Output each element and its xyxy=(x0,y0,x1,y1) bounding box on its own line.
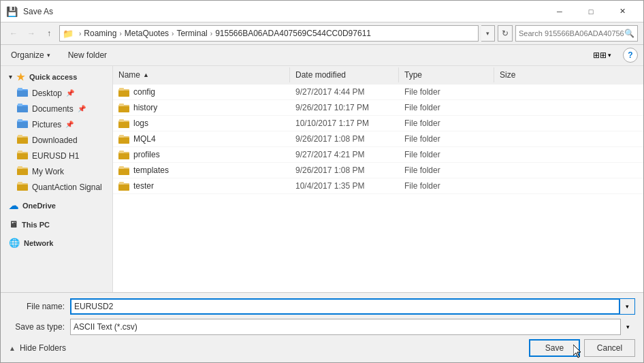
sidebar-item-quantaction[interactable]: QuantAction Signal xyxy=(1,179,112,195)
col-header-type[interactable]: Type xyxy=(399,67,494,82)
network-header[interactable]: 🌐 Network xyxy=(1,235,112,251)
quick-access-header[interactable]: ▾ ★ Quick access xyxy=(1,69,112,85)
filename-dropdown-arrow[interactable]: ▾ xyxy=(620,298,635,315)
organize-chevron: ▾ xyxy=(47,52,50,59)
organize-button[interactable]: Organize ▾ xyxy=(6,48,55,62)
sidebar-eurusd-label: EURUSD H1 xyxy=(32,151,79,161)
search-icon[interactable]: 🔍 xyxy=(624,29,634,38)
svg-rect-31 xyxy=(118,138,129,144)
new-folder-label: New folder xyxy=(68,50,107,60)
savetype-select[interactable]: ASCII Text (*.csv) xyxy=(70,319,635,335)
sidebar-item-downloaded[interactable]: Downloaded xyxy=(1,132,112,148)
svg-rect-37 xyxy=(118,169,129,175)
quantaction-folder-icon xyxy=(17,181,28,193)
help-button[interactable]: ? xyxy=(623,48,638,63)
sidebar-item-pictures[interactable]: Pictures 📌 xyxy=(1,116,112,132)
svg-rect-40 xyxy=(118,185,129,191)
view-icon: ⊞⊞ xyxy=(593,50,607,60)
close-button[interactable]: ✕ xyxy=(607,1,638,22)
crumb-metaquotes: MetaQuotes xyxy=(125,29,169,38)
svg-rect-41 xyxy=(119,182,124,185)
view-button[interactable]: ⊞⊞ ▾ xyxy=(590,48,615,62)
table-row[interactable]: tester 10/4/2017 1:35 PM File folder xyxy=(113,178,643,194)
new-folder-button[interactable]: New folder xyxy=(63,48,112,62)
view-chevron: ▾ xyxy=(608,52,611,59)
save-button[interactable]: Save xyxy=(529,339,580,357)
onedrive-label: OneDrive xyxy=(22,202,56,210)
back-button[interactable]: ← xyxy=(6,26,21,41)
svg-rect-38 xyxy=(119,166,124,169)
minimize-button[interactable]: ─ xyxy=(544,1,575,22)
dialog-title: Save As xyxy=(23,7,53,16)
sidebar-item-mywork[interactable]: My Work xyxy=(1,163,112,179)
col-header-size[interactable]: Size xyxy=(494,67,549,82)
col-header-name[interactable]: Name ▲ xyxy=(113,67,290,82)
list-header-container: Name ▲ Date modified Type Size xyxy=(113,66,643,84)
svg-rect-25 xyxy=(118,106,129,112)
svg-rect-11 xyxy=(18,135,22,138)
network-icon: 🌐 xyxy=(9,238,20,248)
thispc-header[interactable]: 🖥 This PC xyxy=(1,217,112,232)
sidebar-documents-label: Documents xyxy=(32,104,74,114)
col-name-sort: ▲ xyxy=(143,72,149,78)
pictures-folder-icon xyxy=(17,119,28,130)
save-as-dialog: 💾 Save As ─ □ ✕ ← → ↑ 📁 › Roaming › Meta… xyxy=(0,0,644,363)
hide-folders-label[interactable]: Hide Folders xyxy=(20,343,66,353)
eurusd-folder-icon xyxy=(17,150,28,161)
table-row[interactable]: MQL4 9/26/2017 1:08 PM File folder xyxy=(113,131,643,147)
search-input[interactable] xyxy=(519,29,624,37)
title-bar: 💾 Save As ─ □ ✕ xyxy=(1,1,643,22)
cell-type-config: File folder xyxy=(399,85,494,99)
breadcrumb: 📁 › Roaming › MetaQuotes › Terminal › 91… xyxy=(63,29,371,39)
filename-label: File name: xyxy=(9,302,70,311)
sidebar-item-documents[interactable]: Documents 📌 xyxy=(1,101,112,116)
title-bar-controls: ─ □ ✕ xyxy=(544,1,638,22)
crumb-id: 915566BA06ADA407569C544CC0D97611 xyxy=(215,29,371,38)
col-date-label: Date modified xyxy=(295,70,346,80)
up-button[interactable]: ↑ xyxy=(42,26,57,41)
main-content: ▾ ★ Quick access Desktop 📌 xyxy=(1,66,643,292)
svg-rect-28 xyxy=(118,122,129,128)
thispc-label: This PC xyxy=(22,221,50,229)
quick-access-expand-icon: ▾ xyxy=(9,74,12,80)
table-row[interactable]: config 9/27/2017 4:44 PM File folder xyxy=(113,84,643,100)
cancel-button[interactable]: Cancel xyxy=(584,339,635,357)
forward-button[interactable]: → xyxy=(24,26,39,41)
cell-date-logs: 10/10/2017 1:17 PM xyxy=(290,116,399,130)
filename-input[interactable] xyxy=(70,298,620,315)
table-row[interactable]: templates 9/26/2017 1:08 PM File folder xyxy=(113,163,643,178)
dialog-icon: 💾 xyxy=(6,6,18,17)
savetype-row: Save as type: ASCII Text (*.csv) ▾ xyxy=(9,319,635,335)
maximize-button[interactable]: □ xyxy=(575,1,607,22)
address-dropdown-button[interactable]: ▾ xyxy=(481,25,495,42)
onedrive-header[interactable]: ☁ OneDrive xyxy=(1,198,112,214)
title-bar-left: 💾 Save As xyxy=(6,6,53,17)
address-bar[interactable]: 📁 › Roaming › MetaQuotes › Terminal › 91… xyxy=(59,25,479,42)
cell-size-history xyxy=(494,106,549,110)
refresh-button[interactable]: ↻ xyxy=(498,25,513,42)
search-box[interactable]: 🔍 xyxy=(515,25,638,42)
cell-date-templates: 9/26/2017 1:08 PM xyxy=(290,163,399,177)
table-row[interactable]: logs 10/10/2017 1:17 PM File folder xyxy=(113,116,643,131)
network-section: 🌐 Network xyxy=(1,235,112,251)
table-row[interactable]: profiles 9/27/2017 4:21 PM File folder xyxy=(113,147,643,163)
svg-rect-5 xyxy=(18,104,22,106)
sidebar-downloaded-label: Downloaded xyxy=(32,136,78,145)
sidebar-quantaction-label: QuantAction Signal xyxy=(32,183,102,192)
cell-date-mql4: 9/26/2017 1:08 PM xyxy=(290,132,399,146)
svg-rect-22 xyxy=(118,91,129,97)
svg-rect-20 xyxy=(18,182,22,185)
sidebar-item-eurusd[interactable]: EURUSD H1 xyxy=(1,148,112,163)
table-row[interactable]: history 9/26/2017 10:17 PM File folder xyxy=(113,100,643,116)
documents-folder-icon xyxy=(17,103,28,114)
network-label: Network xyxy=(24,239,53,247)
organize-label: Organize xyxy=(11,50,44,60)
col-header-date[interactable]: Date modified xyxy=(290,67,399,82)
cancel-label: Cancel xyxy=(597,343,622,353)
downloaded-folder-icon xyxy=(17,134,28,146)
svg-rect-7 xyxy=(17,122,28,128)
sidebar-item-desktop[interactable]: Desktop 📌 xyxy=(1,85,112,101)
svg-rect-13 xyxy=(17,153,28,159)
svg-marker-42 xyxy=(573,345,581,358)
svg-rect-34 xyxy=(118,153,129,159)
